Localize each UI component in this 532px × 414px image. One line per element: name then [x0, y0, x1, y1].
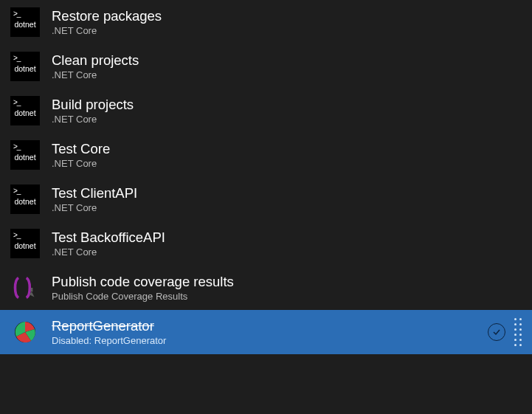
code-coverage-icon [10, 273, 40, 303]
task-subtitle: .NET Core [52, 246, 522, 258]
row-actions [488, 318, 522, 347]
task-row[interactable]: dotnet Clean projects .NET Core [0, 44, 532, 89]
pipeline-task-list: dotnet Restore packages .NET Core dotnet… [0, 0, 532, 354]
task-row[interactable]: dotnet Test Core .NET Core [0, 133, 532, 177]
task-text: Test Core .NET Core [52, 141, 522, 169]
task-title: Publish code coverage results [52, 274, 522, 290]
task-row[interactable]: Publish code coverage results Publish Co… [0, 266, 532, 310]
task-subtitle: .NET Core [52, 158, 522, 169]
dotnet-icon: dotnet [10, 140, 40, 170]
task-title: Test Core [52, 141, 522, 157]
task-title: ReportGenerator [52, 318, 476, 334]
dotnet-icon: dotnet [10, 96, 40, 125]
status-check-icon[interactable] [488, 323, 505, 341]
task-text: Test BackofficeAPI .NET Core [52, 230, 522, 258]
task-text: Build projects .NET Core [52, 97, 522, 125]
dotnet-icon: dotnet [10, 52, 40, 81]
task-text: Test ClientAPI .NET Core [52, 185, 522, 213]
task-title: Restore packages [52, 8, 522, 24]
task-text: ReportGenerator Disabled: ReportGenerato… [52, 318, 476, 346]
task-subtitle: .NET Core [52, 69, 522, 80]
report-generator-icon [10, 317, 40, 347]
task-text: Publish code coverage results Publish Co… [52, 274, 522, 302]
dotnet-icon: dotnet [10, 7, 40, 37]
task-subtitle: Disabled: ReportGenerator [52, 335, 476, 346]
task-title: Test BackofficeAPI [52, 230, 522, 246]
task-title: Test ClientAPI [52, 185, 522, 201]
task-title: Build projects [52, 97, 522, 113]
task-row[interactable]: ReportGenerator Disabled: ReportGenerato… [0, 310, 532, 354]
task-row[interactable]: dotnet Build projects .NET Core [0, 89, 532, 133]
dotnet-icon: dotnet [10, 229, 40, 258]
task-title: Clean projects [52, 52, 522, 69]
dotnet-icon: dotnet [10, 184, 40, 214]
task-subtitle: .NET Core [52, 202, 522, 213]
task-subtitle: Publish Code Coverage Results [52, 291, 522, 302]
task-subtitle: .NET Core [52, 25, 522, 36]
task-row[interactable]: dotnet Restore packages .NET Core [0, 0, 532, 44]
task-text: Clean projects .NET Core [52, 52, 522, 80]
task-row[interactable]: dotnet Test BackofficeAPI .NET Core [0, 221, 532, 266]
task-subtitle: .NET Core [52, 114, 522, 125]
task-row[interactable]: dotnet Test ClientAPI .NET Core [0, 177, 532, 221]
drag-handle-icon[interactable] [514, 318, 522, 347]
task-text: Restore packages .NET Core [52, 8, 522, 36]
